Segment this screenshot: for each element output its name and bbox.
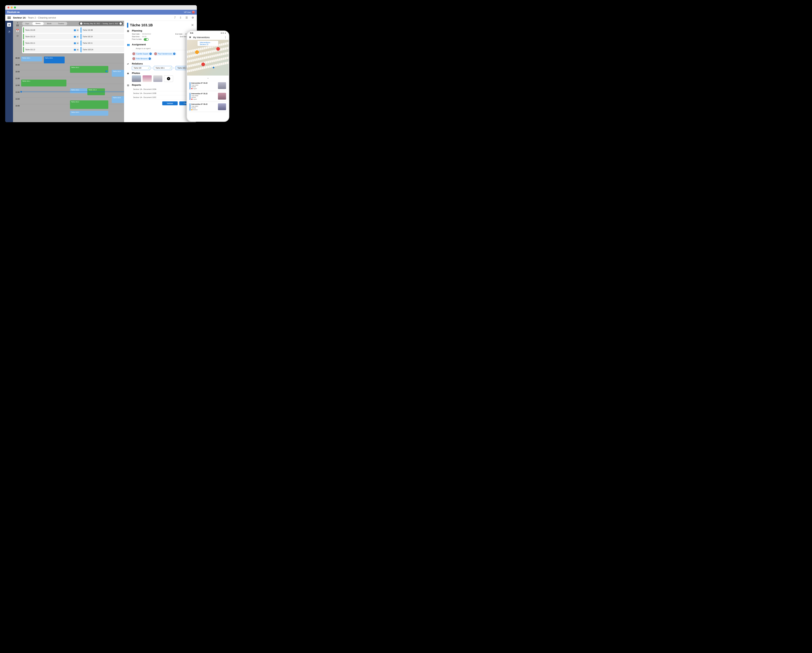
grid-icon[interactable] (5, 17, 13, 19)
fix-date-toggle[interactable] (144, 38, 149, 41)
mobile-map[interactable]: Interventions - Secteur 22 📍 🍴 📍 (187, 40, 229, 76)
mini-calendar: S 22 📅 ⟳ (14, 22, 21, 38)
task-card[interactable]: Tâche 101.10👥▣ (23, 34, 79, 39)
report-item[interactable]: Secteur 1A - Document 103B (132, 91, 194, 95)
map-pin[interactable]: 📍 (201, 63, 205, 66)
task-detail-panel: Tâche 103.1B ✕ ▦ Planning Start date : 0… (124, 21, 197, 122)
calendar-event[interactable]: Tâche 103.1 (44, 57, 65, 63)
task-card[interactable]: Tâche 101.12👥▣ (23, 47, 79, 52)
remove-chip-icon: ✕ (150, 53, 152, 55)
phone-status-bar: 9:41••• ᯤ ▮ (187, 31, 229, 35)
photo-thumb[interactable] (132, 75, 141, 82)
remove-chip-icon: ✕ (149, 58, 151, 60)
camera-icon: ◉ (127, 72, 130, 82)
sidebar: ▦ ◔ (5, 21, 13, 122)
relation-item[interactable]: Tâche 103✓ (132, 66, 150, 70)
view-timeline[interactable]: Timeline (55, 23, 67, 24)
relations-icon: ⇄ (127, 62, 130, 70)
view-month[interactable]: Month (44, 23, 55, 24)
view-days[interactable]: Days (22, 23, 32, 24)
task-card[interactable]: Tâche 101.11👥▣ (23, 40, 79, 46)
calendar-event[interactable]: Tâche 101.2 (70, 100, 108, 109)
calendar-event[interactable]: Tâche 101.2👥 (70, 66, 108, 73)
map-pin[interactable]: 🍴 (195, 50, 199, 54)
photo-thumb[interactable] (143, 75, 152, 82)
mobile-title: My interventions (193, 36, 222, 39)
toolbar: Secteur 1A - Team 2 - Cleaning service ⤴… (5, 15, 197, 21)
map-pin[interactable]: 📍 (216, 47, 220, 51)
intervention-card[interactable]: Intervention N° 35-22Train 5698NantesUrg… (189, 92, 227, 101)
assign-input[interactable] (132, 47, 194, 50)
calendar-event[interactable]: Tâche 102.3 (70, 111, 108, 116)
intervention-card[interactable]: Intervention N° 36-22Train 9821NantesMed… (189, 102, 227, 112)
window-titlebar (5, 5, 197, 10)
close-panel-button[interactable]: ✕ (191, 23, 194, 27)
drag-handle-icon[interactable]: ⌄ (187, 76, 229, 80)
panel-title: Tâche 103.1B (130, 23, 189, 27)
report-icon: ▤ (127, 84, 130, 105)
task-card[interactable]: Tâche 101.09👥▣ (23, 27, 79, 33)
app-header: DaxiumAir VIP User (5, 10, 197, 15)
photo-thumb[interactable] (153, 75, 162, 82)
maximize-window-button[interactable] (14, 6, 16, 8)
mobile-preview: 9:41••• ᯤ ▮ ✕ My interventions ⋮ Interve… (186, 31, 229, 122)
map-filter-badge[interactable]: Interventions - Secteur 22 (197, 41, 218, 46)
mobile-close-button[interactable]: ✕ (189, 36, 191, 39)
current-location-dot (213, 67, 214, 69)
date-range-label: Monday, May 30, 2022 — Sunday, June 5, 2… (84, 23, 118, 24)
calendar-icon: ▦ (127, 29, 130, 41)
close-window-button[interactable] (8, 6, 9, 8)
calendar-event[interactable]: Tâche 102.2 (70, 89, 87, 93)
minimize-window-button[interactable] (11, 6, 13, 8)
add-event-icon[interactable]: 📅 (16, 29, 19, 32)
mobile-menu-icon[interactable]: ⋮ (224, 36, 227, 39)
planning-content: Days Weeks Month Timeline ‹ Monday, May … (13, 21, 197, 122)
calendar-event[interactable]: Tâche 102.1 (21, 57, 42, 61)
report-item[interactable]: Secteur 1A - Document 103C (132, 95, 194, 99)
relation-item[interactable]: Tâche 103.1✓ (154, 66, 172, 70)
brand-logo: DaxiumAir (7, 11, 20, 14)
assignment-icon: 👥 (127, 43, 130, 61)
view-switcher[interactable]: Days Weeks Month Timeline (22, 22, 67, 25)
assignee-chip[interactable]: Paul Vanderroven✕ (154, 52, 176, 56)
remove-chip-icon: ✕ (173, 53, 176, 55)
sidebar-stats[interactable]: ◔ (7, 29, 11, 34)
date-range-nav: ‹ Monday, May 30, 2022 — Sunday, June 5,… (79, 22, 123, 25)
filter-icon[interactable]: ☰ (185, 16, 188, 19)
assignee-chip[interactable]: Felix Birnamm✕ (132, 57, 152, 61)
download-icon[interactable]: ⇩ (179, 16, 182, 19)
user-badge[interactable]: VIP User (184, 11, 195, 14)
add-photo-button[interactable]: + (164, 75, 173, 82)
assignee-chip[interactable]: Camille Dupain✕ (132, 52, 153, 56)
gear-icon[interactable]: ⚙ (192, 16, 194, 19)
prev-week-button[interactable]: ‹ (80, 23, 82, 25)
avatar (192, 11, 195, 14)
next-week-button[interactable]: › (119, 23, 122, 25)
breadcrumb: Secteur 1A - Team 2 - Cleaning service (13, 16, 174, 19)
panel-accent-bar (127, 23, 128, 28)
desktop-window: DaxiumAir VIP User Secteur 1A - Team 2 -… (5, 5, 197, 122)
view-weeks[interactable]: Weeks (32, 22, 44, 25)
calendar-event[interactable]: Tâche 101.1 (21, 80, 66, 86)
sync-icon[interactable]: ⟳ (16, 34, 19, 38)
sidebar-calendar[interactable]: ▦ (7, 23, 11, 27)
report-item[interactable]: Secteur 1A - Document 103A (132, 87, 194, 91)
intervention-card[interactable]: Intervention N° 34-22Train 2453NantesUrg… (189, 81, 227, 90)
validate-button[interactable]: Validate (162, 101, 178, 105)
upload-icon[interactable]: ⤴ (174, 16, 176, 19)
